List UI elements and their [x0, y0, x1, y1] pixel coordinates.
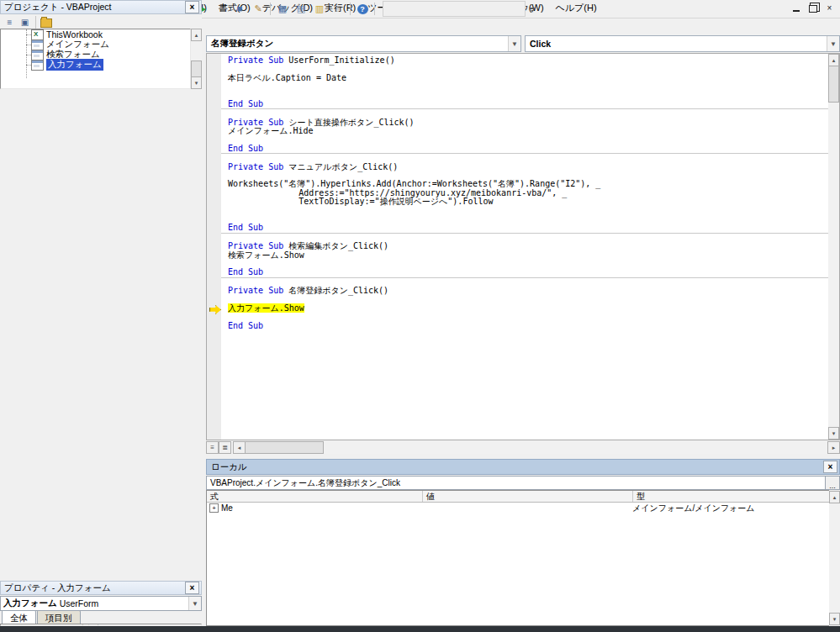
procedure-block: Private Sub マニュアルボタン_Click() Worksheets(…: [221, 154, 828, 234]
locals-row[interactable]: +Meメインフォーム/メインフォーム: [207, 503, 839, 514]
event-dropdown[interactable]: Click ▼: [525, 35, 840, 52]
code-line: Private Sub UserForm_Initialize(): [221, 56, 828, 65]
selected-object-name: 入力フォーム: [3, 598, 57, 609]
properties-close-icon[interactable]: ×: [185, 582, 199, 594]
code-horizontal-scrollbar[interactable]: ◂ ▸: [233, 441, 840, 454]
break-icon[interactable]: ‖: [213, 1, 230, 17]
window-bottom-edge: [0, 626, 840, 632]
code-line: Private Sub 検索編集ボタン_Click(): [221, 242, 828, 250]
code-line: TextToDisplay:="操作説明ページへ").Follow: [221, 198, 828, 206]
object-dropdown-value: 名簿登録ボタン: [211, 38, 273, 50]
project-panel-title: プロジェクト - VBAProject: [4, 2, 112, 13]
project-close-icon[interactable]: ×: [185, 1, 199, 13]
code-margin-indicator-bar[interactable]: [207, 54, 221, 440]
design-mode-icon[interactable]: ✎: [250, 1, 267, 17]
help-icon[interactable]: ?: [354, 1, 371, 17]
expand-icon[interactable]: +: [209, 503, 219, 513]
toolbar-empty-dock: [383, 1, 526, 17]
code-line: [221, 92, 828, 100]
code-line: 検索フォーム.Show: [221, 251, 828, 260]
procedure-block: Private Sub 名簿登録ボタン_Click() 入力フォーム.Show …: [221, 278, 828, 330]
code-line: End Sub: [221, 145, 828, 153]
scroll-up-icon[interactable]: ▴: [829, 491, 840, 503]
toolbox-icon[interactable]: ⊞: [330, 1, 346, 17]
locals-titlebar: ローカル ×: [206, 459, 840, 475]
project-tree[interactable]: ThisWorkbookメインフォーム検索フォーム入力フォーム ▴ ▾: [0, 29, 202, 89]
locals-type: メインフォーム/メインフォーム: [629, 503, 839, 514]
scroll-right-icon[interactable]: ▸: [827, 441, 840, 454]
locals-window: ローカル × VBAProject.メインフォーム.名簿登録ボタン_Click …: [206, 459, 840, 626]
full-module-view-icon[interactable]: ≣: [219, 441, 231, 454]
properties-panel-title: プロパティ - 入力フォーム: [4, 582, 111, 594]
code-line: [221, 215, 828, 224]
procedure-view-icon[interactable]: ≡: [206, 441, 219, 454]
code-line: メインフォーム.Hide: [221, 127, 828, 135]
project-panel-titlebar: プロジェクト - VBAProject ×: [0, 0, 202, 14]
view-object-icon[interactable]: ▣: [18, 16, 32, 29]
code-line: [221, 82, 828, 91]
properties-object-combo[interactable]: 入力フォーム UserForm ▼: [0, 596, 202, 611]
locals-header: 式値型: [207, 491, 839, 503]
locals-column-2[interactable]: 型: [633, 491, 839, 502]
tree-item-inputform[interactable]: 入力フォーム: [1, 60, 190, 70]
procedure-block: Private Sub 検索編集ボタン_Click()検索フォーム.Show E…: [221, 234, 828, 278]
locals-more-button[interactable]: ...: [826, 476, 840, 490]
chevron-down-icon[interactable]: ▼: [827, 36, 839, 51]
locals-title: ローカル: [211, 461, 247, 473]
toggle-folders-icon[interactable]: [39, 16, 53, 29]
reset-icon[interactable]: ■: [231, 1, 248, 17]
procedure-block: Private Sub UserForm_Initialize() 本日ラベル.…: [221, 56, 828, 109]
code-line: [221, 207, 828, 215]
locals-context-text: VBAProject.メインフォーム.名簿登録ボタン_Click: [210, 477, 400, 489]
locals-context-field[interactable]: VBAProject.メインフォーム.名簿登録ボタン_Click: [206, 476, 826, 490]
selected-object-type: UserForm: [60, 598, 99, 608]
code-line: [221, 260, 828, 268]
code-line: 入力フォーム.Show: [221, 304, 828, 313]
code-text[interactable]: Private Sub UserForm_Initialize() 本日ラベル.…: [221, 54, 828, 440]
code-line: Private Sub マニュアルボタン_Click(): [221, 163, 828, 171]
code-line: End Sub: [221, 100, 828, 108]
scroll-up-icon[interactable]: ▴: [828, 54, 839, 66]
scroll-thumb[interactable]: [245, 441, 324, 454]
tree-item-label: 入力フォーム: [46, 59, 103, 71]
locals-scrollbar[interactable]: ▴ ▾: [829, 490, 840, 626]
procedure-block: Private Sub シート直接操作ボタン_Click()メインフォーム.Hi…: [221, 109, 828, 154]
object-dropdown[interactable]: 名簿登録ボタン ▼: [206, 35, 521, 52]
folder-icon: [40, 18, 52, 28]
scroll-down-icon[interactable]: ▾: [829, 613, 840, 625]
scroll-up-icon[interactable]: ▴: [191, 29, 202, 41]
properties-panel-titlebar: プロパティ - 入力フォーム ×: [0, 581, 202, 595]
code-line: Private Sub 名簿登録ボタン_Click(): [221, 287, 828, 295]
code-line: [221, 313, 828, 321]
code-line: [221, 296, 828, 304]
code-window: 名簿登録ボタン ▼ Click ▼ Private Sub UserForm_I…: [206, 35, 840, 454]
scroll-down-icon[interactable]: ▾: [191, 76, 202, 89]
code-line: 本日ラベル.Caption = Date: [221, 74, 828, 82]
form-icon: [31, 60, 44, 71]
locals-close-icon[interactable]: ×: [823, 461, 837, 473]
event-dropdown-value: Click: [530, 39, 551, 49]
project-explorer-panel: プロジェクト - VBAProject × ≡▣ ThisWorkbookメイン…: [0, 0, 202, 89]
scroll-left-icon[interactable]: ◂: [233, 441, 246, 454]
locals-grid: 式値型 +Meメインフォーム/メインフォーム: [206, 490, 840, 626]
properties-panel: プロパティ - 入力フォーム × 入力フォーム UserForm ▼ 全体項目別…: [0, 581, 202, 626]
project-explorer-icon[interactable]: ▦: [274, 1, 291, 17]
code-line: End Sub: [221, 224, 828, 232]
project-tree-scrollbar[interactable]: ▴ ▾: [191, 29, 202, 89]
chevron-down-icon[interactable]: ▼: [508, 36, 520, 51]
view-code-icon[interactable]: ≡: [3, 16, 17, 29]
locals-expression: +Me: [207, 503, 420, 513]
code-line: [221, 136, 828, 145]
locals-column-1[interactable]: 値: [423, 491, 633, 502]
properties-window-icon[interactable]: ▤: [293, 1, 309, 17]
locals-column-0[interactable]: 式: [207, 491, 423, 502]
code-vertical-scrollbar[interactable]: ▴ ▾: [828, 54, 839, 440]
toolbar-overflow-icon[interactable]: ▬▾: [527, 3, 537, 16]
scroll-thumb[interactable]: [828, 66, 839, 103]
code-line: End Sub: [221, 322, 828, 330]
object-browser-icon[interactable]: ▥: [311, 1, 328, 17]
chevron-down-icon[interactable]: ▼: [188, 597, 201, 610]
scroll-down-icon[interactable]: ▾: [828, 427, 839, 440]
code-line: End Sub: [221, 268, 828, 276]
code-editor[interactable]: Private Sub UserForm_Initialize() 本日ラベル.…: [206, 53, 840, 440]
